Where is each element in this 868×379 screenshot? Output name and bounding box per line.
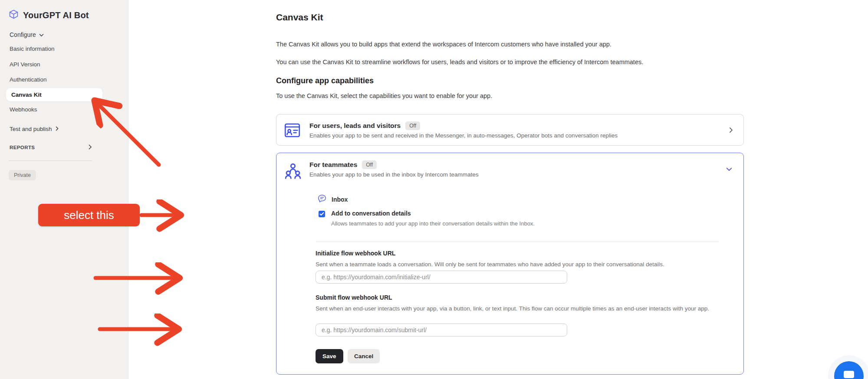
card-description: Enables your app to be used in the inbox…	[309, 171, 478, 178]
sidebar-item-api-version[interactable]: API Version	[10, 61, 40, 68]
status-badge-off: Off	[362, 160, 377, 169]
initialize-webhook-input[interactable]	[316, 271, 567, 284]
people-group-icon	[283, 161, 303, 183]
cube-logo-icon	[9, 10, 19, 21]
save-button[interactable]: Save	[316, 349, 343, 363]
submit-webhook-input[interactable]	[316, 323, 567, 337]
submit-webhook-description: Sent when an end-user interacts with you…	[316, 304, 734, 314]
sidebar-divider	[9, 160, 92, 161]
chevron-right-icon	[89, 144, 92, 151]
canvas-kit-settings-page: YourGPT AI Bot Configure Basic informati…	[0, 0, 868, 379]
sidebar-item-webhooks[interactable]: Webhooks	[10, 106, 37, 113]
chevron-down-icon[interactable]	[726, 165, 732, 173]
select-this-annotation-label: select this	[38, 204, 140, 226]
sidebar-item-test-and-publish[interactable]: Test and publish	[10, 126, 59, 132]
capability-card-users-leads-visitors[interactable]: For users, leads and visitors Off Enable…	[276, 114, 744, 146]
submit-webhook-label: Submit flow webhook URL	[316, 294, 392, 301]
app-title: YourGPT AI Bot	[23, 10, 89, 20]
check-icon	[319, 212, 324, 216]
card-description: Enables your app to be sent and received…	[309, 132, 618, 139]
checkbox-description: Allows teammates to add your app into th…	[331, 220, 535, 227]
sidebar-item-authentication[interactable]: Authentication	[10, 76, 47, 83]
card-title: For users, leads and visitors	[309, 122, 401, 130]
sidebar-section-configure[interactable]: Configure	[10, 31, 44, 38]
add-to-conversation-checkbox[interactable]	[319, 211, 325, 217]
sidebar: YourGPT AI Bot Configure Basic informati…	[0, 0, 128, 379]
chevron-right-icon[interactable]	[729, 127, 733, 135]
test-and-publish-label: Test and publish	[10, 126, 52, 132]
capability-card-teammates: For teammates Off Enables your app to be…	[276, 153, 744, 375]
page-title: Canvas Kit	[276, 12, 323, 23]
initialize-webhook-label: Initialize flow webhook URL	[316, 250, 395, 257]
capabilities-subheading: To use the Canvas Kit, select the capabi…	[276, 92, 492, 99]
capabilities-heading: Configure app capabilities	[276, 76, 374, 85]
sidebar-item-reports[interactable]: REPORTS	[10, 144, 92, 151]
app-logo-row: YourGPT AI Bot	[9, 10, 89, 21]
reports-label: REPORTS	[10, 145, 35, 150]
messenger-icon	[844, 371, 854, 378]
section-divider	[316, 242, 719, 242]
sidebar-item-canvas-kit-selected[interactable]: Canvas Kit	[6, 88, 102, 101]
chevron-down-icon	[39, 31, 44, 38]
inbox-label: Inbox	[332, 196, 348, 203]
initialize-webhook-description: Sent when a teammate loads a conversatio…	[316, 260, 734, 269]
status-badge-off: Off	[405, 121, 420, 130]
sidebar-item-basic-information[interactable]: Basic information	[10, 46, 55, 52]
private-status-badge: Private	[9, 170, 36, 180]
intro-paragraph-1: The Canvas Kit allows you to build apps …	[276, 41, 612, 48]
intro-paragraph-2: You can use the Canvas Kit to streamline…	[276, 59, 643, 65]
chat-bubble-icon	[317, 194, 327, 205]
checkbox-label[interactable]: Add to conversation details	[331, 210, 411, 217]
card-title: For teammates	[309, 161, 357, 169]
id-card-window-icon	[283, 121, 301, 141]
main-content: Canvas Kit Canvas Kit Reference The Canv…	[128, 0, 868, 379]
configure-label: Configure	[10, 31, 36, 38]
cancel-button[interactable]: Cancel	[348, 349, 380, 363]
chevron-right-icon	[56, 126, 59, 132]
inbox-section-row: Inbox	[317, 194, 348, 205]
